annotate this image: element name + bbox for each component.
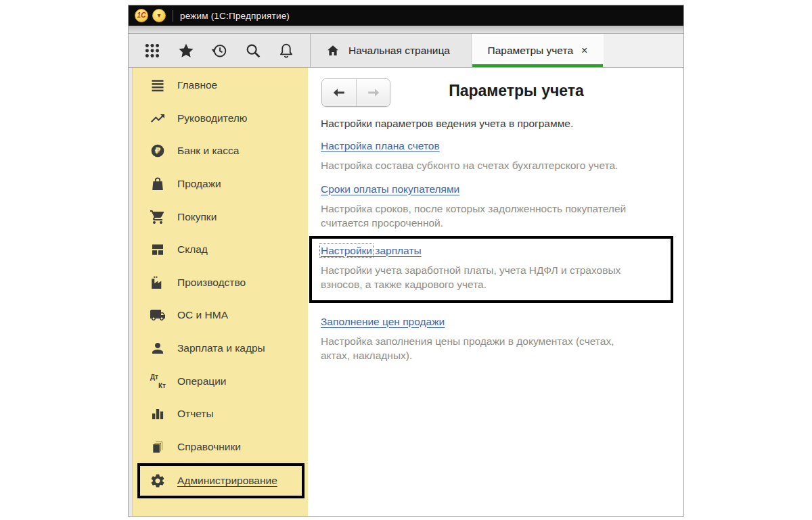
sidebar-item-purchases[interactable]: Покупки <box>133 200 308 233</box>
settings-description: Настройка заполнения цены продажи в доку… <box>321 334 673 363</box>
manager-icon <box>150 110 166 126</box>
sidebar-item-production[interactable]: Производство <box>133 266 308 300</box>
tab-accounting-parameters[interactable]: Параметры учета × <box>471 34 604 67</box>
sections-icon <box>150 77 166 93</box>
production-icon <box>150 275 166 291</box>
toolbar-and-tabs: Начальная страница Параметры учета × <box>129 34 683 68</box>
assets-icon <box>150 307 166 323</box>
sidebar-item-label: Отчеты <box>177 408 214 420</box>
operations-icon: ДтКт <box>150 373 166 389</box>
sidebar-item-warehouse[interactable]: Склад <box>133 233 308 266</box>
sidebar-item-label: Банк и касса <box>177 145 239 157</box>
tab-home-label: Начальная страница <box>348 45 450 57</box>
administration-icon <box>150 473 166 489</box>
sidebar-item-label: Производство <box>177 277 246 289</box>
titlebar-gradient-strip <box>129 26 683 34</box>
titlebar-divider <box>173 10 173 22</box>
sidebar-item-label: ОС и НМА <box>177 309 228 321</box>
main-content: Параметры учета Настройки параметров вед… <box>308 68 683 516</box>
tab-home-page[interactable]: Начальная страница <box>311 34 471 67</box>
arrow-left-icon <box>332 85 346 100</box>
sidebar-item-assets[interactable]: ОС и НМА <box>133 299 308 332</box>
forward-button[interactable] <box>356 79 390 106</box>
chevron-down-icon: ▾ <box>157 12 160 19</box>
sidebar-item-operations[interactable]: ДтКтОперации <box>133 364 308 398</box>
sidebar-item-sales[interactable]: Продажи <box>133 168 308 201</box>
settings-description: Настройка сроков, после которых задолжен… <box>321 202 673 231</box>
sidebar-item-label: Покупки <box>177 211 217 223</box>
settings-sections: Настройка плана счетовНастройка состава … <box>319 131 673 363</box>
page-intro-text: Настройки параметров ведения учета в про… <box>321 118 673 130</box>
purchases-icon <box>150 209 166 225</box>
active-tab-indicator <box>472 64 603 67</box>
settings-link[interactable]: Настройка плана счетов <box>321 140 440 152</box>
sidebar-item-bank[interactable]: ₽Банк и касса <box>133 135 308 168</box>
app-window: 1С ▾ режим (1С:Предприятие) Начальная ст… <box>128 5 684 517</box>
sidebar-item-label: Администрирование <box>177 475 277 487</box>
history-nav-buttons <box>321 78 390 107</box>
arrow-right-icon <box>366 85 381 100</box>
settings-section: Настройка плана счетовНастройка состава … <box>321 131 673 173</box>
tab-strip: Начальная страница Параметры учета × <box>310 34 683 67</box>
sidebar-item-label: Продажи <box>177 178 221 190</box>
page-background: 1С ▾ режим (1С:Предприятие) Начальная ст… <box>0 0 812 520</box>
settings-section: Заполнение цен продажиНастройка заполнен… <box>321 307 673 363</box>
sidebar-item-label: Главное <box>177 79 217 91</box>
back-button[interactable] <box>322 79 356 106</box>
focused-link-word: Настройки <box>321 245 372 256</box>
reports-icon <box>150 406 166 422</box>
header-row: Параметры учета <box>319 77 673 108</box>
link-word: зарплаты <box>372 245 422 256</box>
1c-logo-text: 1С <box>137 12 146 19</box>
sidebar-item-sections[interactable]: Главное <box>133 69 308 102</box>
settings-description: Настройки учета заработной платы, учета … <box>321 263 662 292</box>
quick-toolbar <box>129 34 310 67</box>
home-icon <box>325 43 340 58</box>
search-icon[interactable] <box>244 42 262 60</box>
svg-text:₽: ₽ <box>154 146 160 156</box>
sidebar-item-reports[interactable]: Отчеты <box>133 398 308 431</box>
favorites-icon[interactable] <box>177 42 195 60</box>
sidebar-item-label: Руководителю <box>177 112 247 124</box>
settings-link[interactable]: Сроки оплаты покупателями <box>321 183 459 195</box>
settings-section-highlighted: Настройки зарплатыНастройки учета зарабо… <box>309 236 673 303</box>
notifications-icon[interactable] <box>277 42 295 60</box>
main-menu-button[interactable]: ▾ <box>152 9 166 22</box>
salary-icon <box>150 340 166 356</box>
history-icon[interactable] <box>210 42 228 60</box>
warehouse-icon <box>150 241 166 258</box>
sections-sidebar: ГлавноеРуководителю₽Банк и кассаПродажиП… <box>133 68 308 516</box>
tab-active-label: Параметры учета <box>488 45 573 57</box>
sidebar-item-label: Справочники <box>177 441 241 453</box>
sidebar-item-salary[interactable]: Зарплата и кадры <box>133 332 308 365</box>
sidebar-item-label: Зарплата и кадры <box>177 342 265 354</box>
window-title: режим (1С:Предприятие) <box>180 11 290 21</box>
sidebar-item-label: Операции <box>177 375 227 387</box>
sidebar-item-label: Склад <box>177 243 208 256</box>
sales-icon <box>150 176 166 192</box>
settings-link[interactable]: Настройки зарплаты <box>321 245 422 257</box>
bank-icon: ₽ <box>150 143 166 159</box>
sidebar-item-administration[interactable]: Администрирование <box>137 463 304 498</box>
close-icon[interactable]: × <box>581 45 587 56</box>
1c-logo: 1С <box>135 9 148 22</box>
settings-link[interactable]: Заполнение цен продажи <box>321 316 445 328</box>
settings-section: Сроки оплаты покупателямиНастройка сроко… <box>321 174 673 231</box>
sidebar-item-catalogs[interactable]: Справочники <box>133 431 308 464</box>
apps-icon[interactable] <box>143 42 161 60</box>
sidebar-item-manager[interactable]: Руководителю <box>133 102 308 135</box>
catalogs-icon <box>150 439 166 455</box>
window-titlebar: 1С ▾ режим (1С:Предприятие) <box>129 5 683 26</box>
settings-description: Настройка состава субконто на счетах бух… <box>321 158 673 173</box>
window-body: ГлавноеРуководителю₽Банк и кассаПродажиП… <box>129 68 683 516</box>
